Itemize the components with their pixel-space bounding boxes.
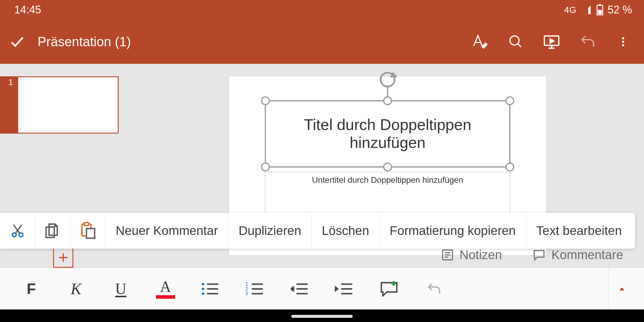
- comments-button[interactable]: Kommentare: [532, 248, 623, 262]
- thumb-preview: [17, 76, 119, 134]
- numbered-list-button[interactable]: 123: [233, 282, 277, 296]
- expand-format-button[interactable]: [608, 268, 635, 309]
- context-menu: Neuer Kommentar Duplizieren Löschen Form…: [0, 213, 635, 249]
- gesture-pill[interactable]: [291, 315, 353, 318]
- resize-handle-tr[interactable]: [505, 96, 514, 105]
- delete-button[interactable]: Löschen: [312, 213, 380, 249]
- svg-marker-14: [391, 73, 396, 76]
- svg-rect-24: [86, 229, 95, 239]
- chevron-up-icon: [617, 285, 626, 292]
- slide-thumb-1[interactable]: 1: [0, 76, 131, 134]
- copy-icon: [44, 221, 62, 240]
- signal-icon: [581, 5, 592, 15]
- document-title[interactable]: Präsentation (1): [38, 34, 131, 49]
- notes-button[interactable]: Notizen: [441, 248, 502, 262]
- comments-label: Kommentare: [552, 248, 623, 262]
- status-right: 4G 52 %: [564, 4, 632, 16]
- present-icon: [543, 33, 560, 50]
- resize-handle-tm[interactable]: [383, 96, 392, 105]
- svg-text:2: 2: [245, 286, 248, 291]
- copy-format-button[interactable]: Formatierung kopieren: [380, 213, 526, 249]
- thumb-selection-bar: [0, 76, 6, 134]
- search-icon: [508, 34, 524, 49]
- font-color-letter: A: [160, 279, 171, 295]
- bullet-list-button[interactable]: [188, 282, 233, 296]
- battery-percent: 52 %: [608, 4, 632, 16]
- svg-text:1: 1: [245, 282, 248, 287]
- more-button[interactable]: [614, 33, 632, 51]
- underline-button[interactable]: U: [98, 268, 143, 309]
- svg-marker-45: [290, 286, 294, 292]
- done-button[interactable]: [9, 33, 26, 50]
- undo-button[interactable]: [578, 33, 596, 51]
- dots-vertical-icon: [617, 35, 629, 49]
- svg-point-11: [622, 41, 624, 43]
- copy-button[interactable]: [35, 213, 70, 249]
- undo-button-bottom[interactable]: [411, 281, 456, 297]
- notes-label: Notizen: [459, 248, 502, 262]
- svg-point-33: [202, 292, 205, 295]
- svg-point-4: [510, 36, 519, 45]
- resize-handle-bl[interactable]: [261, 162, 270, 171]
- svg-point-12: [622, 44, 624, 46]
- subtitle-placeholder-text: Untertitel durch Doppeltippen hinzufügen: [265, 175, 510, 185]
- search-button[interactable]: [507, 33, 525, 51]
- app-header: Präsentation (1): [0, 20, 644, 64]
- title-placeholder-box[interactable]: Titel durch Doppeltippen hinzufügen: [265, 100, 510, 168]
- android-nav-bar: [0, 309, 644, 322]
- resize-handle-bm[interactable]: [383, 162, 392, 171]
- bullet-list-icon: [201, 282, 220, 296]
- android-status-bar: 14:45 4G 52 %: [0, 0, 644, 20]
- resize-handle-tl[interactable]: [261, 96, 270, 105]
- bold-button[interactable]: F: [9, 268, 54, 309]
- numbered-list-icon: 123: [245, 282, 264, 296]
- present-button[interactable]: [543, 33, 561, 51]
- add-comment-button[interactable]: [367, 281, 411, 297]
- svg-marker-7: [550, 39, 554, 43]
- comments-icon: [532, 248, 546, 261]
- scissors-icon: [10, 221, 26, 240]
- svg-point-10: [622, 37, 624, 39]
- duplicate-button[interactable]: Duplizieren: [228, 213, 312, 249]
- add-comment-icon: [380, 281, 399, 297]
- svg-point-31: [202, 287, 205, 290]
- text-pen-icon: [472, 33, 488, 50]
- svg-point-29: [202, 283, 205, 285]
- text-format-button[interactable]: [471, 33, 489, 51]
- clipboard-icon: [79, 221, 97, 240]
- svg-line-5: [518, 44, 521, 47]
- clock: 14:45: [14, 4, 41, 16]
- network-label: 4G: [564, 5, 577, 15]
- resize-handle-br[interactable]: [505, 162, 514, 171]
- font-color-button[interactable]: A: [143, 268, 188, 309]
- increase-indent-button[interactable]: [322, 282, 367, 296]
- paste-button[interactable]: [70, 213, 106, 249]
- thumb-number: 1: [6, 76, 17, 134]
- undo-icon: [425, 281, 442, 297]
- font-color-swatch: [156, 295, 175, 299]
- notes-icon: [441, 248, 454, 261]
- svg-marker-49: [335, 286, 339, 292]
- new-comment-button[interactable]: Neuer Kommentar: [106, 213, 228, 249]
- title-placeholder-text: Titel durch Doppeltippen hinzufügen: [266, 116, 509, 152]
- cut-button[interactable]: [0, 213, 35, 249]
- outdent-icon: [290, 282, 309, 296]
- check-icon: [9, 33, 26, 50]
- battery-icon: [596, 4, 603, 16]
- italic-button[interactable]: K: [54, 268, 98, 309]
- indent-icon: [335, 282, 354, 296]
- svg-rect-23: [84, 223, 89, 226]
- bottom-format-bar: F K U A 123: [0, 268, 644, 309]
- edit-text-button[interactable]: Text bearbeiten: [526, 213, 632, 249]
- svg-text:3: 3: [245, 291, 248, 296]
- svg-marker-52: [620, 287, 624, 290]
- decrease-indent-button[interactable]: [277, 282, 322, 296]
- undo-icon: [579, 33, 596, 50]
- svg-rect-2: [598, 10, 602, 15]
